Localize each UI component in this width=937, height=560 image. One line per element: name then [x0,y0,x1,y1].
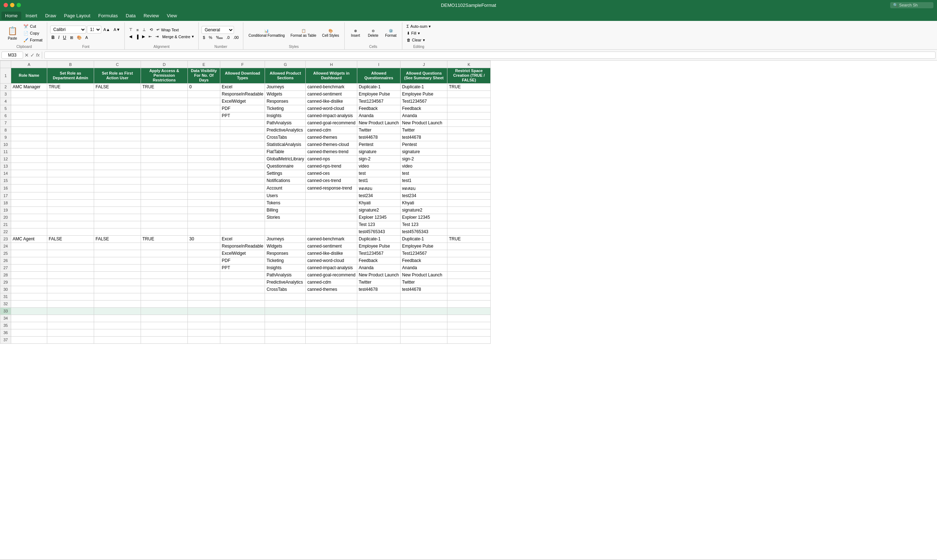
cell-C17[interactable] [94,192,141,199]
search-bar[interactable]: 🔍 Search Sh [890,2,933,8]
cell-E9[interactable] [188,134,220,141]
cell-D17[interactable] [141,192,188,199]
cell-C3[interactable] [94,91,141,98]
cell-J31[interactable] [401,293,447,300]
cell-F10[interactable] [220,141,265,148]
cell-G23[interactable]: Journeys [265,235,306,243]
cell-E12[interactable] [188,155,220,163]
cell-E15[interactable] [188,177,220,184]
row-num-5[interactable]: 5 [0,105,11,112]
cell-H31[interactable] [306,293,357,300]
cell-B20[interactable] [47,214,94,221]
insert-button[interactable]: ⊕ Insert [348,23,364,43]
row-num-7[interactable]: 7 [0,119,11,126]
paste-button[interactable]: 📋 Paste [4,23,20,43]
cell-F7[interactable] [220,119,265,126]
align-bottom-button[interactable]: ⊥ [141,27,148,33]
row-num-23[interactable]: 23 [0,235,11,243]
cell-C32[interactable] [94,300,141,308]
cell-A17[interactable] [11,192,47,199]
cell-G31[interactable] [265,293,306,300]
cell-C31[interactable] [94,293,141,300]
italic-button[interactable]: I [57,34,61,41]
cell-J22[interactable]: test45765343 [401,228,447,235]
row-num-24[interactable]: 24 [0,243,11,250]
row-num-29[interactable]: 29 [0,278,11,286]
cell-D32[interactable] [141,300,188,308]
cell-E19[interactable] [188,206,220,214]
cell-H28[interactable]: canned-goal-recommend [306,271,357,278]
format-painter-button[interactable]: 🖌️ Format [22,37,44,43]
cell-I18[interactable]: Khyati [357,199,400,206]
cell-K19[interactable] [447,206,491,214]
cell-D26[interactable] [141,257,188,264]
cell-J27[interactable]: Ananda [401,264,447,271]
cell-G6[interactable]: Insights [265,112,306,119]
cell-E4[interactable] [188,98,220,105]
cell-A8[interactable] [11,126,47,134]
cell-E29[interactable] [188,278,220,286]
cell-J21[interactable]: Test 123 [401,221,447,228]
cell-G1[interactable]: Allowed Product Sections [265,68,306,84]
number-format-select[interactable]: General [202,26,234,34]
cell-K25[interactable] [447,250,491,257]
cell-D20[interactable] [141,214,188,221]
cell-J18[interactable]: Khyati [401,199,447,206]
cell-C23[interactable]: FALSE [94,235,141,243]
cell-J33[interactable] [401,308,447,315]
cell-F31[interactable] [220,293,265,300]
cell-J9[interactable]: test44678 [401,134,447,141]
cell-B24[interactable] [47,243,94,250]
cell-G4[interactable]: Responses [265,98,306,105]
cell-G37[interactable] [265,336,306,343]
cell-C34[interactable] [94,315,141,322]
cell-G2[interactable]: Journeys [265,83,306,91]
cell-C35[interactable] [94,322,141,329]
cell-K26[interactable] [447,257,491,264]
cell-B11[interactable] [47,148,94,155]
cell-E28[interactable] [188,271,220,278]
cell-K3[interactable] [447,91,491,98]
cell-C1[interactable]: Set Role as First Action User [94,68,141,84]
cell-reference-input[interactable] [2,52,23,59]
cell-D30[interactable] [141,286,188,293]
increase-font-btn[interactable]: A▲ [102,27,111,32]
cell-A7[interactable] [11,119,47,126]
auto-sum-button[interactable]: Σ Auto-sum ▾ [405,23,433,29]
menu-data[interactable]: Data [122,12,139,20]
cell-E35[interactable] [188,322,220,329]
cell-H37[interactable] [306,336,357,343]
cell-I21[interactable]: Test 123 [357,221,400,228]
cell-J13[interactable]: video [401,163,447,170]
align-middle-button[interactable]: ≡ [135,27,140,33]
cell-K10[interactable] [447,141,491,148]
menu-home[interactable]: Home [2,12,21,20]
indent-decrease-button[interactable]: ⇤ [147,34,153,40]
cell-J26[interactable]: Feedback [401,257,447,264]
indent-increase-button[interactable]: ⇥ [154,34,160,40]
cell-H3[interactable]: canned-sentiment [306,91,357,98]
cell-E22[interactable] [188,228,220,235]
cell-E17[interactable] [188,192,220,199]
cell-J14[interactable]: test [401,170,447,177]
cell-I20[interactable]: Exploer 12345 [357,214,400,221]
cell-H10[interactable]: canned-themes-cloud [306,141,357,148]
cell-I3[interactable]: Employee Pulse [357,91,400,98]
cell-C16[interactable] [94,184,141,192]
cell-K23[interactable]: TRUE [447,235,491,243]
cell-A14[interactable] [11,170,47,177]
fill-color-button[interactable]: 🎨 [76,35,83,41]
cell-G22[interactable] [265,228,306,235]
minimize-button[interactable] [10,3,14,7]
cell-H36[interactable] [306,329,357,336]
cell-A33[interactable] [11,308,47,315]
cell-A35[interactable] [11,322,47,329]
cell-B16[interactable] [47,184,94,192]
cell-F23[interactable]: Excel [220,235,265,243]
cell-F29[interactable] [220,278,265,286]
cell-K34[interactable] [447,315,491,322]
cell-E27[interactable] [188,264,220,271]
col-header-i[interactable]: I [357,61,400,68]
cell-J35[interactable] [401,322,447,329]
cell-H23[interactable]: canned-benchmark [306,235,357,243]
